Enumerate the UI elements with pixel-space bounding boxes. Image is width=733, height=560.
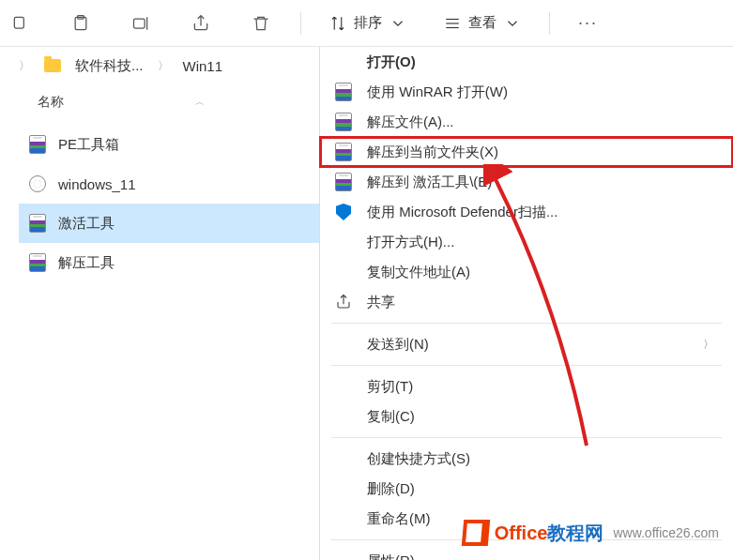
paste-icon[interactable] [69,12,92,35]
breadcrumb-item[interactable]: 软件科技... [75,57,144,75]
iso-icon [28,174,47,193]
chevron-down-icon [389,15,406,32]
rar-icon [334,173,353,191]
menu-label: 解压文件(A)... [367,114,454,131]
context-menu: 打开(O) 使用 WinRAR 打开(W) 解压文件(A)... 解压到当前文件… [319,47,733,560]
menu-label: 重命名(M) [367,510,431,528]
menu-label: 复制文件地址(A) [367,264,470,281]
menu-open[interactable]: 打开(O) [320,47,733,77]
menu-label: 删除(D) [367,480,415,498]
delete-icon[interactable] [250,12,272,35]
view-button[interactable]: 查看 [444,14,521,32]
menu-label: 解压到当前文件夹(X) [367,144,498,161]
sort-indicator-icon: ︿ [195,96,205,109]
watermark-url: www.office26.com [613,525,719,540]
menu-label: 复制(C) [367,408,415,426]
menu-create-shortcut[interactable]: 创建快捷方式(S) [320,444,733,474]
view-label: 查看 [468,14,496,32]
menu-extract-here[interactable]: 解压到当前文件夹(X) [320,137,733,167]
chevron-right-icon: 〉 [158,58,169,74]
menu-open-with[interactable]: 打开方式(H)... [320,227,733,257]
file-name: PE工具箱 [58,136,119,154]
sort-label: 排序 [354,14,382,32]
column-name: 名称 [38,94,64,111]
menu-label: 创建快捷方式(S) [367,450,470,468]
rename-icon[interactable] [130,12,152,35]
menu-label: 打开(O) [367,53,416,71]
chevron-down-icon [504,15,521,32]
shield-icon [334,203,353,221]
folder-icon [44,59,61,72]
menu-extract-to-folder[interactable]: 解压到 激活工具\(E) [320,167,733,197]
svg-rect-0 [14,17,23,28]
share-icon[interactable] [190,12,212,35]
sort-button[interactable]: 排序 [329,14,406,32]
file-name: windows_11 [58,176,136,192]
separator [549,12,550,35]
menu-winrar-open[interactable]: 使用 WinRAR 打开(W) [320,77,733,107]
menu-label: 属性(R) [367,552,415,561]
rar-icon [28,253,47,272]
menu-label: 发送到(N) [367,336,429,354]
file-name: 解压工具 [58,254,115,272]
menu-label: 使用 WinRAR 打开(W) [367,83,508,101]
chevron-right-icon[interactable]: 〉 [19,58,30,74]
menu-send-to[interactable]: 发送到(N) 〉 [320,329,733,359]
menu-defender-scan[interactable]: 使用 Microsoft Defender扫描... [320,197,733,227]
menu-copy[interactable]: 复制(C) [320,401,733,431]
file-name: 激活工具 [58,215,115,233]
menu-cut[interactable]: 剪切(T) [320,371,733,401]
menu-label: 共享 [367,294,395,311]
menu-label: 打开方式(H)... [367,234,454,251]
menu-separator [331,437,722,438]
menu-share[interactable]: 共享 [320,287,733,317]
menu-label: 使用 Microsoft Defender扫描... [367,204,557,221]
watermark-brand: Office [495,522,548,543]
watermark: Office教程网 www.office26.com [463,520,719,546]
menu-label: 剪切(T) [367,378,413,396]
share-icon [334,293,353,311]
menu-properties[interactable]: 属性(R) [320,546,733,560]
chevron-right-icon: 〉 [703,337,714,353]
menu-separator [331,365,722,366]
rar-icon [334,143,353,161]
rar-icon [334,83,353,101]
menu-separator [331,323,722,324]
copy-icon[interactable] [9,12,32,35]
more-icon[interactable]: ··· [578,12,598,35]
menu-delete[interactable]: 删除(D) [320,474,733,504]
svg-rect-3 [134,19,145,28]
menu-copy-path[interactable]: 复制文件地址(A) [320,257,733,287]
menu-extract-files[interactable]: 解压文件(A)... [320,107,733,137]
breadcrumb-item[interactable]: Win11 [183,58,223,74]
office-logo-icon [462,520,490,546]
toolbar: 排序 查看 ··· [0,0,733,47]
menu-label: 解压到 激活工具\(E) [367,174,492,191]
separator [300,12,301,35]
rar-icon [28,135,47,154]
watermark-brand: 教程网 [547,522,603,543]
rar-icon [334,113,353,131]
rar-icon [28,214,47,233]
